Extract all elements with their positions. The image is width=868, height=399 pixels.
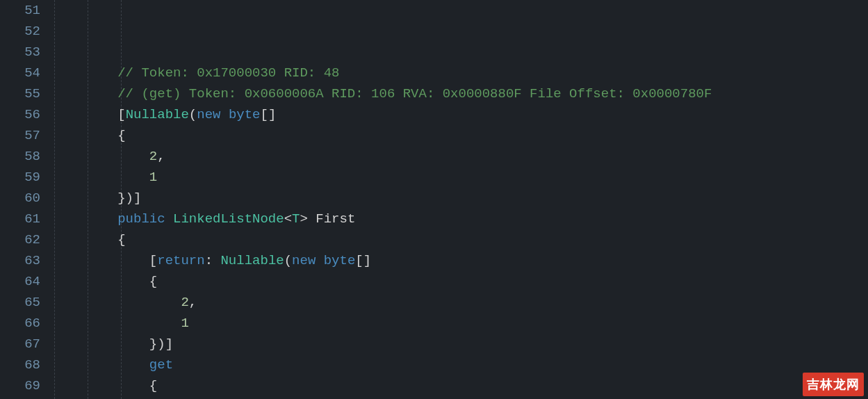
- line-number-gutter: 51525354555657585960616263646566676869: [0, 0, 49, 399]
- token-punct: [220, 107, 228, 122]
- token-number: 2: [181, 295, 188, 310]
- token-punct: (: [189, 107, 197, 122]
- token-punct: [165, 211, 173, 227]
- token-punct: [: [117, 107, 125, 122]
- code-line[interactable]: {: [54, 229, 868, 250]
- code-line[interactable]: 2,: [54, 292, 868, 313]
- token-punct: {: [149, 378, 157, 393]
- code-line[interactable]: 1: [54, 313, 868, 334]
- code-line[interactable]: // (get) Token: 0x0600006A RID: 106 RVA:…: [54, 83, 868, 104]
- token-keyword: get: [149, 357, 173, 373]
- token-comment: // (get) Token: 0x0600006A RID: 106 RVA:…: [117, 86, 712, 101]
- line-number: 58: [0, 146, 40, 167]
- token-punct: <: [284, 211, 292, 227]
- token-punct: {: [117, 128, 125, 143]
- token-punct: ,: [189, 295, 197, 310]
- code-line[interactable]: {: [54, 375, 868, 396]
- token-punct: []: [355, 253, 371, 268]
- code-line[interactable]: get: [54, 355, 868, 375]
- code-line[interactable]: {: [54, 125, 868, 146]
- token-punct: })]: [149, 336, 173, 352]
- line-number: 52: [0, 21, 40, 42]
- code-line[interactable]: [return: Nullable(new byte[]: [54, 250, 868, 271]
- code-line[interactable]: })]: [54, 188, 868, 209]
- token-punct: :: [205, 253, 221, 268]
- token-punct: (: [284, 253, 292, 268]
- code-line[interactable]: return this.head;: [54, 396, 868, 399]
- token-type: Nullable: [126, 107, 189, 122]
- token-punct: ,: [157, 149, 165, 164]
- line-number: 59: [0, 167, 40, 188]
- line-number: 68: [0, 355, 40, 375]
- line-number: 60: [0, 188, 40, 209]
- code-line[interactable]: {: [54, 271, 868, 292]
- token-keyword: new: [197, 107, 220, 122]
- line-number: 67: [0, 334, 40, 355]
- code-line[interactable]: })]: [54, 334, 868, 355]
- line-number: 69: [0, 375, 40, 396]
- line-number: 63: [0, 250, 40, 271]
- line-number: 62: [0, 229, 40, 250]
- token-comment: // Token: 0x17000030 RID: 48: [117, 65, 339, 81]
- token-keyword: new: [292, 253, 316, 268]
- token-punct: })]: [117, 190, 141, 206]
- token-punct: >: [300, 211, 316, 227]
- watermark-badge: 吉林龙网: [803, 373, 864, 396]
- line-number: 66: [0, 313, 40, 334]
- line-number: 57: [0, 125, 40, 146]
- token-keyword: byte: [229, 107, 261, 122]
- code-line[interactable]: public LinkedListNode<T> First: [54, 209, 868, 229]
- token-number: 2: [149, 149, 157, 164]
- token-punct: [: [149, 253, 157, 268]
- token-keyword: byte: [324, 253, 356, 268]
- token-number: 1: [149, 170, 157, 185]
- line-number: 56: [0, 104, 40, 125]
- token-type: LinkedListNode: [173, 211, 284, 227]
- code-line[interactable]: 1: [54, 167, 868, 188]
- token-punct: []: [260, 107, 276, 122]
- line-number: 51: [0, 0, 40, 21]
- line-number: 54: [0, 63, 40, 83]
- token-keyword: public: [117, 211, 165, 227]
- code-editor[interactable]: 51525354555657585960616263646566676869 /…: [0, 0, 868, 399]
- line-number: 55: [0, 83, 40, 104]
- token-member: First: [316, 211, 355, 227]
- code-line[interactable]: 2,: [54, 146, 868, 167]
- line-number: 65: [0, 292, 40, 313]
- code-area[interactable]: // Token: 0x17000030 RID: 48 // (get) To…: [49, 0, 868, 399]
- token-punct: [316, 253, 323, 268]
- code-line[interactable]: // Token: 0x17000030 RID: 48: [54, 63, 868, 83]
- token-punct: {: [149, 274, 157, 289]
- token-punct: {: [117, 232, 125, 247]
- code-line[interactable]: [Nullable(new byte[]: [54, 104, 868, 125]
- token-type: Nullable: [220, 253, 284, 268]
- line-number: 61: [0, 209, 40, 229]
- line-number: 53: [0, 42, 40, 63]
- token-type: T: [292, 211, 300, 227]
- token-number: 1: [181, 316, 188, 331]
- line-number: 64: [0, 271, 40, 292]
- token-keyword: return: [157, 253, 204, 268]
